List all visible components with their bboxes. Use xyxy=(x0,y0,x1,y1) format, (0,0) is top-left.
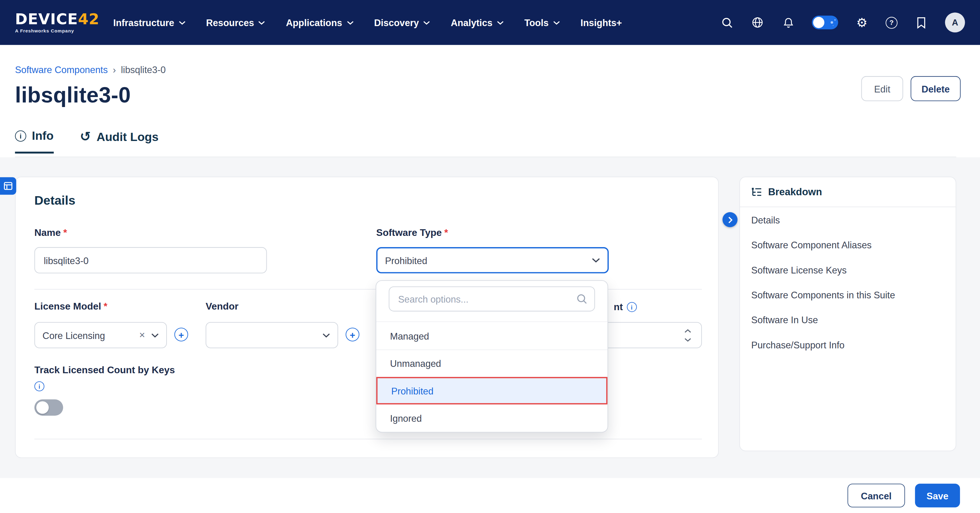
nav-label: Applications xyxy=(286,17,342,28)
details-section-title: Details xyxy=(34,194,75,208)
edit-button[interactable]: Edit xyxy=(861,76,903,101)
tab-info[interactable]: i Info xyxy=(15,129,53,153)
nav-label: Analytics xyxy=(451,17,492,28)
cancel-button[interactable]: Cancel xyxy=(847,484,905,507)
page-title: libsqlite3-0 xyxy=(15,83,131,107)
dropdown-search xyxy=(389,286,595,311)
breakdown-item-license-keys[interactable]: Software License Keys xyxy=(740,257,956,282)
add-vendor-button[interactable]: + xyxy=(345,328,359,341)
logo-subtitle: A Freshworks Company xyxy=(15,29,100,33)
breakdown-card: Breakdown Details Software Component Ali… xyxy=(740,177,956,451)
clear-icon[interactable]: × xyxy=(139,330,145,340)
nav-label: Infrastructure xyxy=(113,17,174,28)
bell-icon[interactable] xyxy=(781,16,795,29)
vendor-label: Vendor xyxy=(206,301,239,312)
theme-toggle[interactable] xyxy=(812,16,838,29)
stepper-buttons[interactable] xyxy=(684,329,692,342)
globe-icon[interactable] xyxy=(751,16,764,29)
chevron-down-icon xyxy=(553,20,560,25)
tab-audit-logs-label: Audit Logs xyxy=(97,130,158,144)
breakdown-item-suite-components[interactable]: Software Components in this Suite xyxy=(740,282,956,307)
nav-label: Tools xyxy=(524,17,549,28)
toggle-knob xyxy=(36,402,49,414)
dropdown-options: Managed Unmanaged Prohibited Ignored xyxy=(376,321,608,432)
nav-discovery[interactable]: Discovery xyxy=(374,17,430,28)
help-icon[interactable]: ? xyxy=(886,17,897,29)
required-mark: * xyxy=(444,227,448,238)
chevron-down-icon[interactable] xyxy=(684,337,692,342)
nav-resources[interactable]: Resources xyxy=(206,17,265,28)
nav-analytics[interactable]: Analytics xyxy=(451,17,504,28)
name-label: Name* xyxy=(34,227,67,238)
breadcrumb-parent-link[interactable]: Software Components xyxy=(15,64,108,75)
track-licensed-label: Track Licensed Count by Keys xyxy=(34,364,175,376)
gear-icon[interactable]: ⚙ xyxy=(855,16,869,29)
breakdown-item-aliases[interactable]: Software Component Aliases xyxy=(740,232,956,257)
add-license-model-button[interactable]: + xyxy=(175,328,188,341)
details-card: Details Name* Software Type* Prohibited … xyxy=(15,177,719,458)
app-root: DEVICE42 A Freshworks Company Infrastruc… xyxy=(0,0,980,513)
save-button[interactable]: Save xyxy=(915,484,960,507)
top-navbar: DEVICE42 A Freshworks Company Infrastruc… xyxy=(0,0,980,45)
name-input[interactable] xyxy=(34,247,267,273)
option-unmanaged[interactable]: Unmanaged xyxy=(376,349,608,377)
expand-panel-button[interactable] xyxy=(722,212,737,227)
nav-infrastructure[interactable]: Infrastructure xyxy=(113,17,185,28)
nav-label: Resources xyxy=(206,17,254,28)
section-divider xyxy=(34,439,702,439)
track-keys-toggle[interactable] xyxy=(34,399,63,416)
logo-device: DEVICE xyxy=(15,10,78,28)
option-managed[interactable]: Managed xyxy=(376,322,608,349)
breakdown-item-software-in-use[interactable]: Software In Use xyxy=(740,307,956,332)
list-icon xyxy=(4,182,13,191)
search-icon xyxy=(576,293,587,304)
sparkle-icon xyxy=(831,21,833,24)
breadcrumb-current: libsqlite3-0 xyxy=(121,64,165,75)
vendor-select[interactable] xyxy=(206,322,338,348)
breakdown-title: Breakdown xyxy=(768,186,822,197)
breakdown-item-details[interactable]: Details xyxy=(740,207,956,232)
chevron-down-icon xyxy=(347,20,353,25)
nav-insights-plus[interactable]: Insights+ xyxy=(581,17,622,28)
breakdown-item-purchase-support[interactable]: Purchase/Support Info xyxy=(740,332,956,357)
dropdown-search-input[interactable] xyxy=(389,286,595,311)
bookmark-icon[interactable] xyxy=(915,16,928,29)
side-panel-toggle[interactable] xyxy=(0,177,16,195)
name-label-text: Name xyxy=(34,227,61,238)
chevron-down-icon xyxy=(423,20,430,25)
license-model-value: Core Licensing xyxy=(43,330,139,340)
chevron-down-icon xyxy=(592,258,600,262)
license-model-select[interactable]: Core Licensing × xyxy=(34,322,167,348)
software-type-dropdown: Managed Unmanaged Prohibited Ignored xyxy=(375,280,608,432)
count-label-text: nt xyxy=(614,301,623,313)
breakdown-header: Breakdown xyxy=(740,177,956,207)
info-icon: i xyxy=(15,130,26,141)
tab-audit-logs[interactable]: ↺ Audit Logs xyxy=(80,129,158,153)
required-mark: * xyxy=(104,301,107,312)
tab-bar: i Info ↺ Audit Logs xyxy=(15,129,158,153)
chevron-down-icon xyxy=(323,333,330,337)
chevron-down-icon xyxy=(151,333,159,337)
nav-tools[interactable]: Tools xyxy=(524,17,560,28)
software-type-select[interactable]: Prohibited xyxy=(376,247,609,273)
required-mark: * xyxy=(64,227,67,238)
navbar-actions: ⚙ ? A xyxy=(720,13,980,32)
search-icon[interactable] xyxy=(720,16,733,29)
chevron-down-icon xyxy=(258,20,266,25)
list-tree-icon xyxy=(751,187,762,197)
info-icon[interactable]: i xyxy=(34,381,44,391)
logo-number: 42 xyxy=(78,10,100,28)
device42-logo[interactable]: DEVICE42 A Freshworks Company xyxy=(15,12,100,33)
nav-applications[interactable]: Applications xyxy=(286,17,353,28)
tab-info-label: Info xyxy=(32,129,54,143)
chevron-down-icon xyxy=(179,20,186,25)
option-ignored[interactable]: Ignored xyxy=(376,405,608,432)
user-avatar[interactable]: A xyxy=(945,13,965,32)
option-prohibited[interactable]: Prohibited xyxy=(376,377,608,405)
chevron-up-icon[interactable] xyxy=(684,329,692,333)
delete-button[interactable]: Delete xyxy=(910,76,961,101)
info-icon[interactable]: i xyxy=(627,302,636,312)
software-type-value: Prohibited xyxy=(385,255,592,265)
footer-actions: Cancel Save xyxy=(847,484,960,507)
logo-text: DEVICE42 xyxy=(15,12,100,27)
